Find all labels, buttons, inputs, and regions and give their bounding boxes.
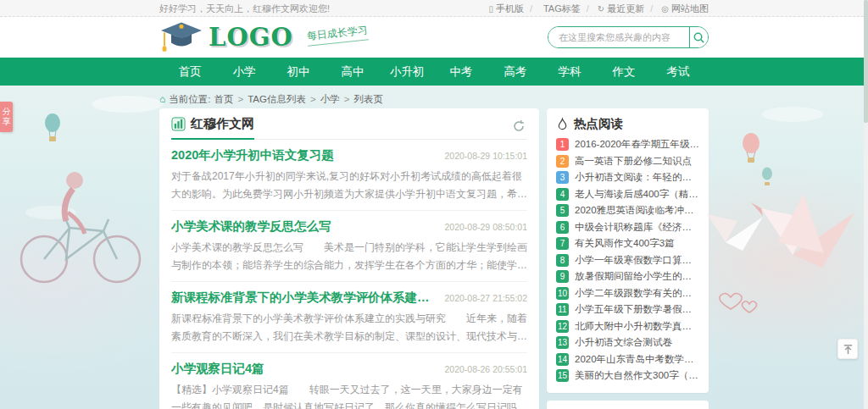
- hot-reading-panel: 热点阅读 1 2016-2020年春学期五年级语文下期末模拟: [547, 108, 709, 393]
- paper-crane-illustration: [707, 214, 763, 251]
- rank-badge: 14: [556, 353, 569, 366]
- rank-badge: 6: [556, 221, 569, 234]
- hot-reading-item[interactable]: 9 放暑假期间留给小学生的三年级英语作文范文: [556, 270, 699, 283]
- top-link[interactable]: ◎网站地图: [644, 3, 709, 15]
- content-area: ⌂ 当前位置: 首页TAG信息列表小学列表页: [0, 86, 868, 409]
- recommend-reading-panel: 推荐阅读 1 最欣赏的人作文400字（精选3篇） 2: [547, 401, 709, 409]
- article-title-link[interactable]: 小学美术课的教学反思怎么写: [171, 218, 331, 235]
- article-list: 2020年小学升初中语文复习题 2020-08-29 10:15:01 对于备战…: [171, 140, 527, 409]
- hot-item-link[interactable]: 小升初语文阅读：年轻的国旗: [575, 171, 699, 184]
- hot-reading-item[interactable]: 11 小学五年级下册数学暑假作业答案【20-61: [556, 303, 699, 316]
- hot-item-link[interactable]: 小学一年级寒假数学口算练习题三篇: [575, 254, 699, 267]
- hot-item-link[interactable]: 2020年山东青岛中考数学真题（已公布）: [575, 353, 699, 366]
- hot-reading-item[interactable]: 10 小学二年级跟数学有关的日记: [556, 287, 699, 300]
- heart-illustration: [720, 293, 757, 312]
- refresh-button[interactable]: [510, 118, 527, 137]
- hot-item-link[interactable]: 中级会计职称题库《经济法》检测题: [575, 221, 699, 234]
- scrollbar-thumb[interactable]: [864, 0, 868, 123]
- hot-item-link[interactable]: 有关风雨作文400字3篇: [575, 237, 699, 250]
- hot-item-link[interactable]: 北师大附中小升初数学真题汇编: [575, 320, 699, 333]
- nav-item[interactable]: 首页: [163, 58, 217, 86]
- rank-badge: 11: [556, 303, 569, 316]
- back-to-top-button[interactable]: [837, 339, 858, 359]
- rank-badge: 10: [556, 287, 569, 300]
- panel-header: 红穆作文网: [171, 108, 527, 140]
- sitemap-icon: ◎: [661, 4, 669, 14]
- article-excerpt: 【精选】小学观察日记4篇 转眼一天又过去了，这一天里，大家身边一定有一些有趣的见…: [171, 381, 527, 409]
- top-link-label: TAG标签: [543, 3, 581, 15]
- balloon-illustration: [45, 113, 60, 141]
- rank-badge: 2: [556, 155, 569, 168]
- top-link[interactable]: ▯手机版: [488, 3, 524, 15]
- site-header: LOGO 每日成长学习: [0, 17, 868, 58]
- hot-item-link[interactable]: 美丽的大自然作文300字（精选3篇）: [575, 369, 699, 382]
- article-item: 新课程标准背景下的小学美术教学评价体系建立的实践与研究 2020-08-27 2…: [171, 282, 527, 353]
- hot-reading-header: 热点阅读: [556, 116, 699, 132]
- top-link-label: 网站地图: [671, 3, 709, 15]
- top-link[interactable]: TAG标签: [524, 3, 581, 15]
- top-link-label: 手机版: [496, 3, 524, 15]
- hot-reading-item[interactable]: 5 2020雅思英语阅读临考冲刺试题附答案: [556, 204, 699, 217]
- hot-reading-item[interactable]: 2 高一英语下册必修二知识点: [556, 155, 699, 168]
- hot-reading-item[interactable]: 6 中级会计职称题库《经济法》检测题: [556, 221, 699, 234]
- article-title-link[interactable]: 2020年小学升初中语文复习题: [171, 147, 334, 163]
- hot-reading-item[interactable]: 8 小学一年级寒假数学口算练习题三篇: [556, 254, 699, 267]
- rank-badge: 12: [556, 320, 569, 333]
- article-title-link[interactable]: 新课程标准背景下的小学美术教学评价体系建立的实践与研究: [171, 290, 437, 306]
- article-date: 2020-08-27 21:55:02: [445, 293, 528, 303]
- hot-reading-item[interactable]: 1 2016-2020年春学期五年级语文下期末模拟: [556, 138, 699, 151]
- hot-reading-item[interactable]: 7 有关风雨作文400字3篇: [556, 237, 699, 250]
- article-list-panel: 红穆作文网: [159, 108, 539, 409]
- bicycle-illustration: [21, 172, 140, 282]
- hot-reading-item[interactable]: 3 小升初语文阅读：年轻的国旗: [556, 171, 699, 184]
- hot-reading-list: 1 2016-2020年春学期五年级语文下期末模拟 2 高一英语下册必修二知识点: [556, 138, 699, 382]
- search-icon: [693, 31, 705, 44]
- hot-item-link[interactable]: 2020雅思英语阅读临考冲刺试题附答案: [575, 204, 699, 217]
- logo[interactable]: LOGO: [159, 20, 293, 54]
- hot-reading-item[interactable]: 14 2020年山东青岛中考数学真题（已公布）: [556, 353, 699, 366]
- hot-reading-item[interactable]: 13 小升初语文综合测试卷: [556, 336, 699, 349]
- hot-item-link[interactable]: 小学五年级下册数学暑假作业答案【20-61: [575, 303, 699, 316]
- paper-crane-illustration: [751, 194, 854, 268]
- cloud-illustration: [92, 96, 163, 113]
- article-date: 2020-08-26 20:55:01: [445, 364, 528, 374]
- hot-reading-item[interactable]: 4 老人与海读后感400字（精选3篇）: [556, 188, 699, 201]
- hot-item-link[interactable]: 高一英语下册必修二知识点: [575, 155, 699, 168]
- nav-item[interactable]: 小升初: [380, 58, 434, 86]
- article-title-link[interactable]: 小学观察日记4篇: [171, 361, 264, 377]
- breadcrumb-link[interactable]: TAG信息列表: [233, 93, 306, 106]
- article-excerpt: 小学美术课的教学反思怎么写 美术是一门特别的学科，它能让学生学到绘画与制作的本领…: [171, 239, 527, 274]
- top-link[interactable]: ↻最近更新: [581, 3, 644, 15]
- hot-item-link[interactable]: 老人与海读后感400字（精选3篇）: [575, 188, 699, 201]
- breadcrumb-link[interactable]: 首页: [214, 93, 233, 106]
- nav-item[interactable]: 考试: [651, 58, 705, 86]
- cloud-illustration: [762, 107, 823, 122]
- graduation-cap-icon: [159, 20, 203, 54]
- hot-item-link[interactable]: 小升初语文综合测试卷: [575, 336, 699, 349]
- top-link-label: 最近更新: [607, 3, 644, 15]
- refresh-icon: [512, 119, 526, 133]
- panel-title: 红穆作文网: [191, 116, 254, 132]
- nav-item[interactable]: 高考: [488, 58, 542, 86]
- breadcrumb-link[interactable]: 小学: [306, 93, 340, 106]
- nav-item[interactable]: 初中: [271, 58, 326, 86]
- hot-item-link[interactable]: 小学二年级跟数学有关的日记: [575, 287, 699, 300]
- hot-reading-item[interactable]: 15 美丽的大自然作文300字（精选3篇）: [556, 369, 699, 382]
- hot-item-link[interactable]: 2016-2020年春学期五年级语文下期末模拟: [575, 138, 699, 151]
- update-icon: ↻: [598, 4, 604, 14]
- search-input[interactable]: [548, 27, 689, 47]
- nav-item[interactable]: 小学: [217, 58, 271, 86]
- nav-item[interactable]: 学科: [542, 58, 597, 86]
- scrollbar-track: [864, 0, 868, 409]
- nav-item[interactable]: 高中: [326, 58, 380, 86]
- share-tab[interactable]: 分享: [0, 102, 13, 132]
- nav-item[interactable]: 中考: [434, 58, 488, 86]
- article-item: 小学观察日记4篇 2020-08-26 20:55:01 【精选】小学观察日记4…: [171, 353, 527, 409]
- hot-reading-item[interactable]: 12 北师大附中小升初数学真题汇编: [556, 320, 699, 333]
- search-button[interactable]: [689, 27, 708, 47]
- rank-badge: 4: [556, 188, 569, 201]
- breadcrumb-link[interactable]: 列表页: [340, 93, 383, 106]
- home-icon: ⌂: [159, 93, 165, 105]
- nav-item[interactable]: 作文: [597, 58, 651, 86]
- hot-item-link[interactable]: 放暑假期间留给小学生的三年级英语作文范文: [575, 270, 699, 283]
